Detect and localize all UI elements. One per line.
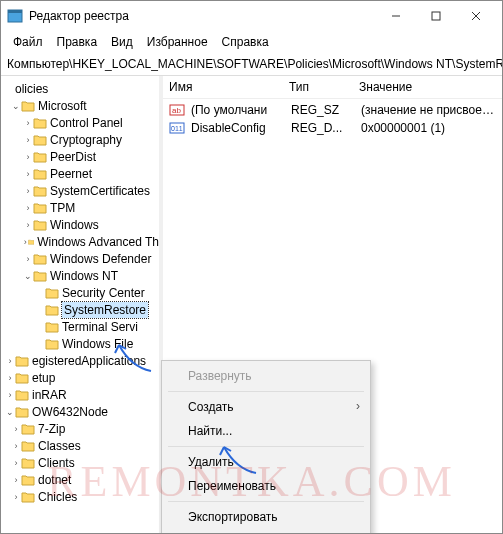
- list-header: Имя Тип Значение: [163, 76, 502, 99]
- tree-item[interactable]: Security Center: [5, 284, 159, 301]
- list-body: ab(По умолчаниREG_SZ(значение не присвое…: [163, 99, 502, 139]
- cm-sep: [168, 391, 364, 392]
- tree-item[interactable]: ›Control Panel: [5, 114, 159, 131]
- svg-rect-1: [8, 10, 22, 13]
- tree-item[interactable]: ›SystemCertificates: [5, 182, 159, 199]
- cm-export[interactable]: Экспортировать: [164, 505, 368, 529]
- minimize-button[interactable]: [376, 2, 416, 30]
- tree-item[interactable]: ›dotnet: [5, 471, 159, 488]
- tree-item[interactable]: ⌄OW6432Node: [5, 403, 159, 420]
- close-button[interactable]: [456, 2, 496, 30]
- tree-item[interactable]: ›Chicles: [5, 488, 159, 505]
- tree-item[interactable]: ›7-Zip: [5, 420, 159, 437]
- tree-item[interactable]: ›Cryptography: [5, 131, 159, 148]
- list-row[interactable]: ab(По умолчаниREG_SZ(значение не присвое…: [163, 101, 502, 119]
- tree-item[interactable]: ›TPM: [5, 199, 159, 216]
- col-type[interactable]: Тип: [283, 76, 353, 98]
- cm-sep: [168, 446, 364, 447]
- tree-item[interactable]: ›Windows Advanced Th: [5, 233, 159, 250]
- menubar: Файл Правка Вид Избранное Справка: [1, 31, 502, 55]
- menu-view[interactable]: Вид: [105, 33, 139, 51]
- menu-favorites[interactable]: Избранное: [141, 33, 214, 51]
- tree-item[interactable]: Windows File: [5, 335, 159, 352]
- svg-text:ab: ab: [172, 106, 181, 115]
- menu-file[interactable]: Файл: [7, 33, 49, 51]
- titlebar: Редактор реестра: [1, 1, 502, 31]
- cm-rename[interactable]: Переименовать: [164, 474, 368, 498]
- cm-find[interactable]: Найти...: [164, 419, 368, 443]
- tree-item[interactable]: olicies: [5, 80, 159, 97]
- list-row[interactable]: 011DisableConfigREG_D...0x00000001 (1): [163, 119, 502, 137]
- svg-text:011: 011: [171, 125, 183, 132]
- col-value[interactable]: Значение: [353, 76, 502, 98]
- tree-item[interactable]: ›Windows Defender: [5, 250, 159, 267]
- tree-item[interactable]: ›egisteredApplications: [5, 352, 159, 369]
- tree-item[interactable]: ›PeerDist: [5, 148, 159, 165]
- cm-delete[interactable]: Удалить: [164, 450, 368, 474]
- tree-item[interactable]: ›Clients: [5, 454, 159, 471]
- tree-item[interactable]: ›Peernet: [5, 165, 159, 182]
- window-title: Редактор реестра: [29, 9, 376, 23]
- tree-item[interactable]: SystemRestore: [5, 301, 159, 318]
- tree-item[interactable]: ›inRAR: [5, 386, 159, 403]
- cm-expand: Развернуть: [164, 364, 368, 388]
- menu-help[interactable]: Справка: [216, 33, 275, 51]
- tree-item[interactable]: ›Windows: [5, 216, 159, 233]
- context-menu: Развернуть Создать Найти... Удалить Пере…: [161, 360, 371, 534]
- menu-edit[interactable]: Правка: [51, 33, 104, 51]
- tree-item[interactable]: Terminal Servi: [5, 318, 159, 335]
- tree-item[interactable]: ›etup: [5, 369, 159, 386]
- tree-item[interactable]: ⌄Microsoft: [5, 97, 159, 114]
- tree-item[interactable]: ›Classes: [5, 437, 159, 454]
- address-bar[interactable]: Компьютер\HKEY_LOCAL_MACHINE\SOFTWARE\Po…: [1, 55, 502, 75]
- maximize-button[interactable]: [416, 2, 456, 30]
- cm-sep: [168, 501, 364, 502]
- cm-create[interactable]: Создать: [164, 395, 368, 419]
- registry-tree[interactable]: olicies⌄Microsoft›Control Panel›Cryptogr…: [1, 76, 159, 534]
- tree-item[interactable]: ⌄Windows NT: [5, 267, 159, 284]
- regedit-icon: [7, 8, 23, 24]
- svg-rect-3: [432, 12, 440, 20]
- col-name[interactable]: Имя: [163, 76, 283, 98]
